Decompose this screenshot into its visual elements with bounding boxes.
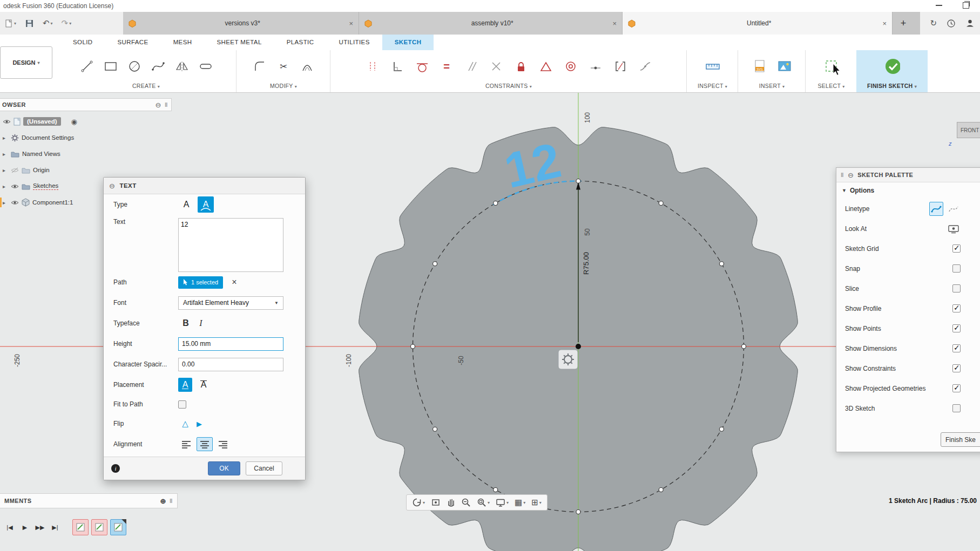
panel-grip-icon[interactable]: ‖ <box>170 498 173 504</box>
trim-scissors-button[interactable]: ✂ <box>275 58 292 74</box>
add-comment-icon[interactable]: ⊕ <box>160 497 166 505</box>
account-avatar-icon[interactable] <box>965 19 975 28</box>
zoom-button[interactable] <box>461 498 471 507</box>
smooth-constraint-button[interactable] <box>637 58 653 74</box>
view-cube-front-face[interactable]: FRONT <box>957 122 980 138</box>
undo-button[interactable]: ↶▾ <box>43 18 53 28</box>
options-section-header[interactable]: ▼ Options <box>836 182 980 199</box>
finish-sketch-palette-button[interactable]: Finish Ske <box>941 432 980 447</box>
expand-arrow-icon[interactable]: ▸ <box>3 200 8 206</box>
show-points-checkbox[interactable] <box>952 324 961 332</box>
close-tab-icon[interactable]: × <box>349 19 353 28</box>
timeline-sketch-feature-selected[interactable] <box>110 519 126 535</box>
midpoint-constraint-button[interactable] <box>587 58 604 74</box>
finish-sketch-button[interactable] <box>884 58 900 74</box>
measure-tool-button[interactable] <box>705 58 721 74</box>
panel-grip-icon[interactable]: ‖ <box>165 101 168 108</box>
close-tab-icon[interactable]: × <box>882 19 887 28</box>
document-tab-versions[interactable]: versions v3* × <box>123 12 359 35</box>
collapse-dialog-icon[interactable]: ⊖ <box>109 182 115 190</box>
expand-arrow-icon[interactable]: ▸ <box>3 183 8 189</box>
tab-plastic[interactable]: PLASTIC <box>274 35 327 50</box>
mirror-tool-button[interactable] <box>174 58 190 74</box>
tree-item-named-views[interactable]: ▸ Named Views <box>0 146 162 162</box>
close-tab-icon[interactable]: × <box>612 19 617 28</box>
spline-tool-button[interactable] <box>150 58 166 74</box>
sketch-palette-header[interactable]: ‖ ⊖ SKETCH PALETTE <box>836 168 980 182</box>
timeline-sketch-feature[interactable] <box>72 519 89 535</box>
equal-constraint-button[interactable]: = <box>438 58 455 74</box>
inspect-dropdown[interactable]: INSPECT ▾ <box>687 83 738 92</box>
snap-checkbox[interactable] <box>952 264 961 273</box>
text-dialog-header[interactable]: ⊖ TEXT <box>104 178 305 194</box>
flip-vertical-button[interactable]: ▶ <box>192 417 206 431</box>
insert-image-button[interactable] <box>776 58 793 74</box>
lock-constraint-button[interactable] <box>513 58 529 74</box>
create-dropdown[interactable]: CREATE ▾ <box>56 83 236 92</box>
cancel-button[interactable]: Cancel <box>246 461 282 475</box>
collapse-panel-icon[interactable]: ⊖ <box>156 101 161 109</box>
rectangle-tool-button[interactable] <box>103 58 119 74</box>
linetype-spline-button[interactable] <box>929 202 943 216</box>
timeline-go-to-start-button[interactable]: |◀ <box>3 521 16 534</box>
expand-arrow-icon[interactable]: ▸ <box>3 167 8 173</box>
text-content-input[interactable]: 12 <box>178 218 283 272</box>
viewports-button[interactable]: ⊞▾ <box>531 498 542 507</box>
font-select[interactable]: Artifakt Element Heavy ▼ <box>178 296 283 310</box>
visibility-eye-icon[interactable] <box>3 119 11 125</box>
expand-arrow-icon[interactable]: ▸ <box>3 135 8 141</box>
placement-above-button[interactable]: A <box>178 378 192 392</box>
sketch-grid-checkbox[interactable] <box>952 244 961 253</box>
look-at-button[interactable] <box>947 222 961 236</box>
tree-item-document-settings[interactable]: ▸ Document Settings <box>0 130 162 146</box>
modify-dropdown[interactable]: MODIFY ▾ <box>236 83 330 92</box>
document-tab-untitled-active[interactable]: Untitled* × <box>623 12 893 35</box>
restore-icon[interactable] <box>963 2 969 9</box>
ok-button[interactable]: OK <box>208 461 240 475</box>
finish-sketch-dropdown[interactable]: FINISH SKETCH ▾ <box>856 83 928 92</box>
timeline-fast-forward-button[interactable]: ▶▶ <box>33 521 46 534</box>
concentric-constraint-button[interactable] <box>563 58 579 74</box>
comments-bar[interactable]: MMENTS ⊕ ‖ <box>0 493 178 508</box>
tab-solid[interactable]: SOLID <box>60 35 105 50</box>
slice-checkbox[interactable] <box>952 284 961 292</box>
select-dropdown[interactable]: SELECT ▾ <box>806 83 857 92</box>
timeline-sketch-feature[interactable] <box>91 519 107 535</box>
placement-below-button[interactable]: A <box>197 378 211 392</box>
visibility-eye-icon[interactable] <box>11 183 19 189</box>
sync-icon[interactable]: ↻ <box>930 18 937 28</box>
text-type-on-path-button[interactable]: A <box>198 196 214 213</box>
offset-tool-button[interactable] <box>299 58 315 74</box>
circle-tool-button[interactable] <box>126 58 143 74</box>
grid-settings-button[interactable]: ▦▾ <box>515 498 525 507</box>
look-at-view-button[interactable] <box>431 498 441 507</box>
align-left-button[interactable] <box>178 437 194 451</box>
horizontal-vertical-constraint-button[interactable] <box>364 58 380 74</box>
flip-horizontal-button[interactable]: △ <box>178 417 192 431</box>
fit-to-path-checkbox[interactable] <box>178 400 186 409</box>
bold-button[interactable]: B <box>178 318 193 328</box>
document-tab-assembly[interactable]: assembly v10* × <box>359 12 623 35</box>
show-dimensions-checkbox[interactable] <box>952 344 961 352</box>
tangent-constraint-button[interactable] <box>414 58 430 74</box>
symmetry-constraint-button[interactable] <box>488 58 504 74</box>
workspace-selector[interactable]: DESIGN ▾ <box>0 46 52 79</box>
clear-selection-icon[interactable]: × <box>232 277 236 287</box>
activate-radio-icon[interactable]: ◉ <box>71 118 77 126</box>
line-tool-button[interactable] <box>79 58 95 74</box>
visibility-eye-icon[interactable] <box>11 200 19 206</box>
fix-constraint-button[interactable] <box>538 58 554 74</box>
insert-svg-button[interactable]: SVG <box>752 58 768 74</box>
align-right-button[interactable] <box>215 437 231 451</box>
orbit-button[interactable]: ▾ <box>412 498 425 507</box>
expand-arrow-icon[interactable]: ▸ <box>3 151 8 157</box>
show-projected-geometries-checkbox[interactable] <box>952 384 961 392</box>
tree-item-root[interactable]: (Unsaved) ◉ <box>0 113 162 130</box>
show-constraints-checkbox[interactable] <box>952 364 961 372</box>
constraints-dropdown[interactable]: CONSTRAINTS ▾ <box>330 83 687 92</box>
collapse-panel-icon[interactable]: ⊖ <box>848 171 854 179</box>
path-selection-chip[interactable]: 1 selected <box>178 276 223 289</box>
slot-tool-button[interactable] <box>198 58 214 74</box>
show-profile-checkbox[interactable] <box>952 304 961 312</box>
visibility-off-eye-icon[interactable] <box>11 167 19 173</box>
